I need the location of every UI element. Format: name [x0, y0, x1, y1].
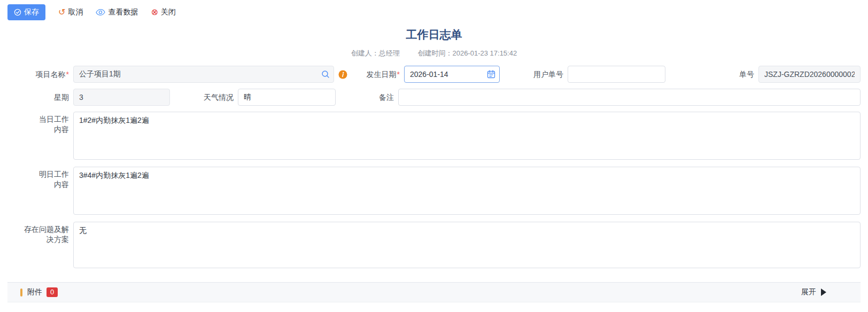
required-mark: *	[66, 70, 69, 79]
close-button[interactable]: ⊗ 关闭	[151, 7, 175, 17]
close-button-label: 关闭	[161, 7, 176, 17]
project-name-label: 项目名称*	[0, 69, 73, 80]
weekday-input	[73, 89, 170, 106]
calendar-icon[interactable]	[487, 70, 495, 79]
search-icon[interactable]	[321, 70, 330, 79]
tomorrow-work-textarea[interactable]: 3#4#内勤抹灰1遍2遍	[73, 167, 861, 215]
work-log-form: 项目名称* 发生日期* 用户单号 单号 星期	[0, 66, 868, 268]
form-row-problems: 存在问题及解 决方案 无	[0, 222, 868, 268]
expand-arrow-icon	[821, 288, 826, 296]
attachments-section-header[interactable]: 附件 0 展开	[7, 282, 861, 302]
project-name-input[interactable]	[73, 66, 334, 83]
save-button[interactable]: 保存	[7, 4, 45, 20]
user-order-no-input[interactable]	[568, 66, 665, 83]
form-row-today-work: 当日工作 内容 1#2#内勤抹灰1遍2遍	[0, 112, 868, 160]
tomorrow-work-label: 明日工作 内容	[0, 167, 73, 190]
weather-label: 天气情况	[170, 92, 238, 103]
weekday-label: 星期	[0, 92, 73, 103]
today-work-label: 当日工作 内容	[0, 112, 73, 135]
remark-input[interactable]	[398, 89, 861, 106]
eye-icon	[96, 9, 105, 16]
order-no-input	[758, 66, 861, 83]
form-row-1: 项目名称* 发生日期* 用户单号 单号	[0, 66, 868, 83]
problems-label: 存在问题及解 决方案	[0, 222, 73, 245]
order-no-label: 单号	[665, 69, 758, 80]
section-marker	[20, 288, 22, 297]
occur-date-input[interactable]	[404, 66, 500, 83]
save-button-label: 保存	[24, 7, 39, 17]
created-time-label: 创建时间：	[417, 49, 452, 57]
required-mark: *	[397, 70, 400, 79]
form-row-2: 星期 天气情况 备注	[0, 89, 868, 106]
view-data-button[interactable]: 查看数据	[96, 7, 138, 17]
undo-icon: ↺	[58, 8, 65, 17]
cancel-button[interactable]: ↺ 取消	[58, 7, 83, 17]
toolbar: 保存 ↺ 取消 查看数据 ⊗ 关闭	[0, 0, 868, 25]
creator-value: 总经理	[379, 49, 400, 57]
info-icon[interactable]	[338, 70, 347, 79]
attachments-label: 附件	[27, 287, 42, 297]
attachments-count-badge: 0	[46, 287, 58, 297]
today-work-textarea[interactable]: 1#2#内勤抹灰1遍2遍	[73, 112, 861, 160]
creator-label: 创建人：	[351, 49, 379, 57]
expand-toggle[interactable]: 展开	[801, 287, 826, 297]
cancel-button-label: 取消	[68, 7, 83, 17]
close-circle-icon: ⊗	[151, 8, 158, 17]
form-row-tomorrow-work: 明日工作 内容 3#4#内勤抹灰1遍2遍	[0, 167, 868, 215]
created-time-value: 2026-01-23 17:15:42	[452, 49, 517, 57]
occur-date-label: 发生日期*	[347, 69, 404, 80]
create-meta: 创建人：总经理 创建时间：2026-01-23 17:15:42	[0, 49, 868, 58]
problems-textarea[interactable]: 无	[73, 222, 861, 268]
weather-input[interactable]	[238, 89, 336, 106]
check-circle-icon	[14, 9, 21, 16]
expand-label: 展开	[801, 287, 816, 297]
user-order-no-label: 用户单号	[500, 69, 568, 80]
page-title: 工作日志单	[0, 27, 868, 42]
view-data-button-label: 查看数据	[108, 7, 138, 17]
remark-label: 备注	[336, 92, 398, 103]
